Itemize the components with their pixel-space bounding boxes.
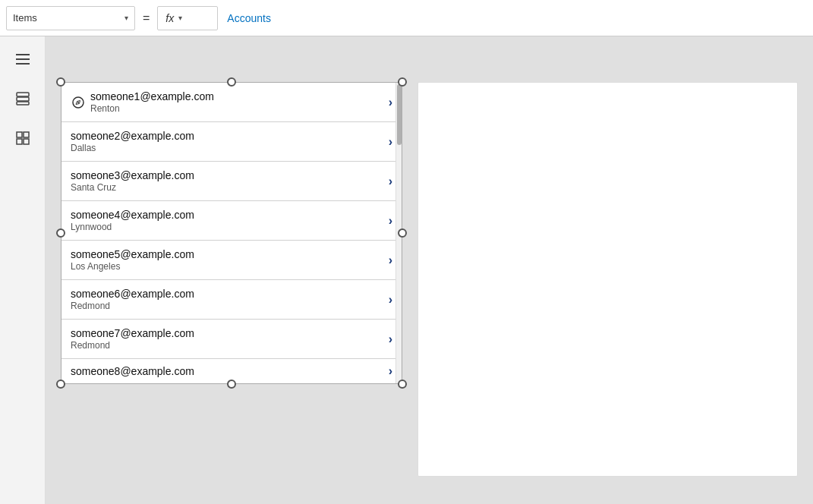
list-item-email: someone7@example.com [71, 327, 383, 339]
list-item-content: someone8@example.com [71, 365, 383, 377]
list-item[interactable]: someone3@example.com Santa Cruz › [61, 162, 402, 201]
handle-bottom-center[interactable] [227, 380, 236, 389]
handle-top-left[interactable] [56, 77, 65, 87]
svg-rect-5 [17, 102, 29, 105]
handle-top-center[interactable] [227, 77, 236, 87]
accounts-link[interactable]: Accounts [221, 12, 271, 24]
chevron-right-icon: › [389, 135, 392, 149]
list-item-city: Lynnwood [71, 222, 383, 232]
svg-point-11 [77, 102, 79, 103]
pencil-icon [71, 95, 86, 110]
list-item[interactable]: someone5@example.com Los Angeles › [61, 241, 402, 280]
scrollbar-thumb[interactable] [397, 84, 402, 145]
svg-rect-0 [16, 54, 30, 55]
canvas: someone1@example.com Renton › someone2@e… [46, 36, 813, 504]
items-dropdown-label: Items [13, 12, 118, 24]
svg-rect-3 [17, 93, 29, 96]
handle-middle-right[interactable] [398, 228, 407, 238]
svg-rect-8 [17, 139, 22, 144]
chevron-right-icon: › [389, 254, 392, 267]
list-item-city: Dallas [71, 143, 383, 153]
list-item-city: Renton [90, 103, 383, 114]
chevron-right-icon: › [389, 364, 392, 378]
list-item-city: Redmond [71, 340, 383, 351]
list-item-email: someone3@example.com [71, 169, 383, 181]
list-item[interactable]: someone7@example.com Redmond › [61, 320, 402, 359]
toolbar: Items ▾ = fx ▾ Accounts [0, 0, 813, 36]
list-item-email: someone5@example.com [71, 248, 383, 260]
chevron-right-icon: › [389, 332, 392, 346]
list-item[interactable]: someone2@example.com Dallas › [61, 122, 402, 162]
chevron-right-icon: › [389, 96, 392, 109]
chevron-right-icon: › [389, 175, 392, 188]
list-item[interactable]: someone1@example.com Renton › [61, 83, 402, 122]
list-item[interactable]: someone4@example.com Lynnwood › [61, 201, 402, 241]
right-panel [418, 82, 798, 477]
chevron-right-icon: › [389, 293, 392, 307]
menu-icon[interactable] [12, 49, 33, 70]
list-container: someone1@example.com Renton › someone2@e… [61, 82, 402, 384]
fx-button[interactable]: fx ▾ [157, 6, 218, 30]
layers-icon[interactable] [12, 88, 33, 109]
svg-rect-2 [16, 63, 30, 65]
fx-label: fx [165, 12, 174, 24]
svg-rect-9 [24, 139, 29, 144]
list-item-content: someone3@example.com Santa Cruz [71, 169, 383, 193]
main-area: someone1@example.com Renton › someone2@e… [0, 36, 813, 504]
list-item-content: someone4@example.com Lynnwood [71, 209, 383, 232]
svg-rect-1 [16, 58, 30, 60]
list-item[interactable]: someone6@example.com Redmond › [61, 280, 402, 320]
chevron-right-icon: › [389, 214, 392, 228]
list-widget[interactable]: someone1@example.com Renton › someone2@e… [61, 82, 402, 384]
list-item-content: someone1@example.com Renton [90, 90, 383, 114]
list-item-city: Redmond [71, 301, 383, 311]
list-item-city: Los Angeles [71, 261, 383, 272]
list-item-email: someone1@example.com [90, 90, 383, 102]
fx-arrow: ▾ [178, 14, 182, 22]
list-item-city: Santa Cruz [71, 182, 383, 193]
list-item-content: someone6@example.com Redmond [71, 288, 383, 311]
list-item-content: someone7@example.com Redmond [71, 327, 383, 351]
list-item-email: someone8@example.com [71, 365, 383, 377]
handle-bottom-left[interactable] [56, 380, 65, 389]
svg-rect-4 [17, 97, 29, 101]
svg-rect-7 [24, 132, 29, 137]
list-item-content: someone2@example.com Dallas [71, 130, 383, 153]
list-item-content: someone5@example.com Los Angeles [71, 248, 383, 272]
handle-middle-left[interactable] [56, 228, 65, 238]
equals-sign: = [138, 11, 154, 25]
items-dropdown-arrow: ▾ [124, 14, 128, 22]
list-item-email: someone2@example.com [71, 130, 383, 142]
list-item-email: someone4@example.com [71, 209, 383, 221]
items-dropdown[interactable]: Items ▾ [6, 6, 135, 30]
handle-bottom-right[interactable] [398, 380, 407, 389]
sidebar [0, 36, 46, 504]
handle-top-right[interactable] [398, 77, 407, 87]
grid-icon[interactable] [12, 128, 33, 149]
list-item-email: someone6@example.com [71, 288, 383, 300]
svg-rect-6 [17, 132, 22, 137]
